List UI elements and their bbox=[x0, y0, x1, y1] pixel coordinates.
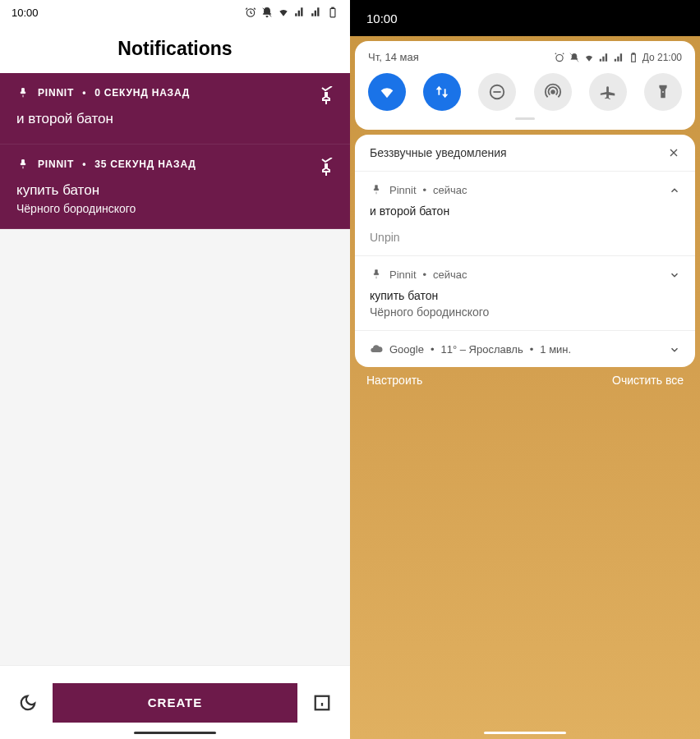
app-folder[interactable] bbox=[463, 611, 509, 657]
bell-off-icon bbox=[569, 52, 580, 63]
notification-shade: Беззвучные уведомления Pinnit • сейчас и… bbox=[355, 135, 695, 367]
chevron-down-icon[interactable] bbox=[669, 269, 680, 281]
data-toggle[interactable] bbox=[423, 73, 461, 111]
clear-all-link[interactable]: Очистить все bbox=[612, 374, 684, 387]
close-icon[interactable] bbox=[667, 146, 680, 159]
page-title: Notifications bbox=[0, 25, 350, 73]
alarm-icon bbox=[245, 7, 256, 18]
pin-icon bbox=[16, 86, 30, 99]
notif-title: купить батон bbox=[16, 182, 334, 199]
status-bar-right: 10:00 bbox=[350, 0, 700, 36]
system-notification[interactable]: Pinnit • сейчас купить батон Чёрного бор… bbox=[355, 255, 695, 330]
cloud-icon bbox=[370, 342, 383, 356]
wifi-icon bbox=[278, 7, 289, 18]
bell-off-icon bbox=[261, 7, 273, 18]
quick-settings-panel: Чт, 14 мая До 21:00 bbox=[355, 41, 695, 130]
bg-row: Королевы крика bbox=[381, 530, 669, 562]
svg-point-5 bbox=[653, 684, 661, 692]
battery-icon bbox=[628, 52, 639, 63]
system-folder[interactable]: Система bbox=[638, 553, 684, 613]
app-folder[interactable] bbox=[541, 611, 587, 657]
chevron-up-icon[interactable] bbox=[669, 185, 680, 196]
wifi-toggle[interactable] bbox=[368, 73, 406, 111]
notification-item[interactable]: PINNIT • 35 СЕКУНД НАЗАД купить батон Чё… bbox=[0, 145, 350, 229]
settings-link[interactable]: Настроить bbox=[366, 374, 422, 387]
svg-rect-3 bbox=[332, 7, 334, 8]
battery-until: До 21:00 bbox=[642, 52, 682, 63]
alarm-icon bbox=[554, 52, 565, 63]
status-time: 10:00 bbox=[12, 7, 39, 19]
hotspot-toggle[interactable] bbox=[534, 73, 572, 111]
wifi-icon bbox=[583, 52, 595, 63]
assistant-icon[interactable] bbox=[651, 678, 670, 698]
nav-handle[interactable] bbox=[484, 732, 566, 734]
svg-rect-10 bbox=[631, 53, 635, 61]
phone-left-container: 10:00 Notifications PINNIT • 0 СЕКУНД НА… bbox=[0, 0, 350, 739]
notification-list: PINNIT • 0 СЕКУНД НАЗАД и второй батон P… bbox=[0, 73, 350, 665]
google-icon bbox=[380, 678, 399, 698]
phone-app-icon[interactable] bbox=[375, 611, 421, 657]
notif-app: PINNIT bbox=[38, 158, 74, 170]
theme-toggle-button[interactable] bbox=[16, 691, 39, 714]
bg-row: Meeter - Hop in and out of calls, dir…По… bbox=[381, 498, 669, 530]
system-notification[interactable]: Pinnit • сейчас и второй батон Unpin bbox=[355, 171, 695, 255]
dnd-toggle[interactable] bbox=[478, 73, 516, 111]
notif-title: и второй батон bbox=[16, 111, 334, 127]
bg-row: Нотка bbox=[381, 434, 669, 466]
search-bar[interactable] bbox=[366, 668, 684, 708]
svg-point-13 bbox=[551, 90, 555, 94]
qs-date: Чт, 14 мая bbox=[368, 51, 419, 63]
weather-time: 1 мин. bbox=[540, 343, 571, 356]
signal-icon-2 bbox=[613, 52, 624, 63]
notif-body: Чёрного бородинского bbox=[16, 202, 334, 215]
notif-time: 35 СЕКУНД НАЗАД bbox=[94, 158, 196, 170]
weather-notification[interactable]: Google • 11° – Ярославль • 1 мин. bbox=[355, 330, 695, 367]
info-button[interactable] bbox=[311, 691, 334, 714]
signal-icon-2 bbox=[311, 7, 322, 18]
nav-handle[interactable] bbox=[134, 732, 216, 734]
signal-icon bbox=[294, 7, 306, 18]
pin-icon bbox=[370, 268, 383, 281]
notif-title: купить батон bbox=[370, 289, 680, 302]
silent-notifs-header: Беззвучные уведомления bbox=[355, 135, 695, 171]
bg-row: Pinnit turns your to-dos into persist…По… bbox=[381, 466, 669, 498]
notif-time: 0 СЕКУНД НАЗАД bbox=[94, 87, 190, 99]
create-button[interactable]: CREATE bbox=[53, 683, 297, 723]
svg-point-8 bbox=[667, 687, 670, 690]
notif-time: сейчас bbox=[433, 269, 467, 281]
bg-list-card: Нотка Pinnit turns your to-dos into pers… bbox=[375, 427, 675, 568]
svg-rect-2 bbox=[330, 8, 335, 16]
status-bar-left: 10:00 bbox=[0, 0, 350, 25]
notif-app: Pinnit bbox=[389, 184, 417, 196]
weather-temp: 11° – Ярославль bbox=[440, 343, 523, 356]
status-time: 10:00 bbox=[366, 11, 398, 25]
notif-app: PINNIT bbox=[38, 87, 74, 99]
app-folder[interactable] bbox=[621, 611, 667, 657]
app-folder[interactable] bbox=[383, 611, 429, 657]
flashlight-toggle[interactable] bbox=[644, 73, 682, 111]
notif-body: Чёрного бородинского bbox=[370, 305, 680, 319]
pin-icon bbox=[370, 183, 383, 196]
pin-check-icon[interactable] bbox=[319, 158, 335, 181]
weather-app: Google bbox=[389, 343, 424, 356]
svg-point-7 bbox=[663, 690, 666, 693]
airplane-toggle[interactable] bbox=[589, 73, 627, 111]
notif-action-unpin[interactable]: Unpin bbox=[370, 231, 680, 244]
battery-icon bbox=[327, 7, 338, 18]
pin-icon bbox=[16, 158, 30, 171]
notification-item[interactable]: PINNIT • 0 СЕКУНД НАЗАД и второй батон bbox=[0, 73, 350, 145]
chevron-down-icon[interactable] bbox=[669, 344, 680, 356]
notif-time: сейчас bbox=[433, 184, 467, 196]
svg-rect-11 bbox=[633, 53, 634, 53]
svg-point-9 bbox=[556, 54, 563, 61]
phone-right-container: Нотка Pinnit turns your to-dos into pers… bbox=[350, 0, 700, 739]
pin-check-icon[interactable] bbox=[319, 86, 335, 109]
app-dock: Система bbox=[350, 611, 700, 657]
signal-icon bbox=[598, 52, 610, 63]
qs-drag-handle[interactable] bbox=[515, 117, 535, 120]
notif-title: и второй батон bbox=[370, 204, 680, 218]
shade-actions: Настроить Очистить все bbox=[350, 367, 700, 393]
svg-point-6 bbox=[662, 683, 667, 688]
notif-app: Pinnit bbox=[389, 269, 417, 281]
bottom-toolbar: CREATE bbox=[0, 665, 350, 739]
